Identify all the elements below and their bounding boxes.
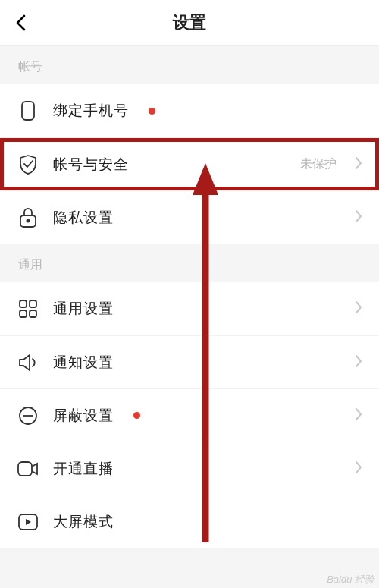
row-label: 隐私设置: [53, 208, 114, 228]
svg-rect-0: [22, 102, 34, 120]
svg-rect-4: [30, 300, 36, 307]
row-value: 未保护: [300, 156, 337, 172]
row-label: 开通直播: [53, 459, 114, 479]
chevron-right-icon: [355, 461, 362, 477]
watermark: Baidu 经验: [327, 574, 374, 585]
row-label: 通用设置: [53, 299, 114, 319]
shield-icon: [17, 153, 39, 176]
play-rect-icon: [17, 511, 39, 533]
speaker-icon: [17, 351, 39, 374]
svg-rect-6: [30, 310, 36, 317]
lock-icon: [17, 206, 39, 229]
back-button[interactable]: [11, 12, 32, 33]
page-title: 设置: [173, 11, 206, 34]
row-general-settings[interactable]: 通用设置: [0, 282, 379, 335]
back-icon: [14, 14, 28, 31]
row-label: 屏蔽设置: [53, 406, 114, 426]
row-label: 大屏模式: [53, 512, 114, 532]
red-dot-indicator: [149, 108, 155, 115]
section-header-account: 帐号: [0, 46, 379, 84]
chevron-right-icon: [355, 209, 362, 226]
row-account-security[interactable]: 帐号与安全 未保护: [0, 137, 379, 190]
chevron-right-icon: [355, 407, 362, 424]
phone-icon: [17, 99, 39, 122]
row-notification-settings[interactable]: 通知设置: [0, 335, 379, 388]
row-block-settings[interactable]: 屏蔽设置: [0, 388, 379, 442]
red-dot-indicator: [133, 412, 140, 419]
row-bigscreen[interactable]: 大屏模式: [0, 495, 379, 548]
svg-rect-3: [20, 300, 27, 307]
block-icon: [17, 404, 39, 427]
video-icon: [17, 458, 39, 480]
svg-rect-5: [20, 310, 27, 317]
grid-icon: [17, 297, 39, 320]
header: 设置: [0, 0, 379, 46]
row-label: 通知设置: [53, 353, 114, 373]
chevron-right-icon: [355, 156, 362, 173]
row-privacy[interactable]: 隐私设置: [0, 190, 379, 244]
row-live[interactable]: 开通直播: [0, 442, 379, 495]
row-bind-phone[interactable]: 绑定手机号: [0, 84, 379, 137]
row-label: 帐号与安全: [53, 155, 129, 175]
chevron-right-icon: [355, 300, 362, 317]
chevron-right-icon: [355, 354, 362, 371]
svg-point-2: [27, 219, 29, 222]
row-label: 绑定手机号: [53, 101, 129, 121]
svg-rect-9: [18, 462, 32, 476]
section-header-general: 通用: [0, 244, 379, 282]
